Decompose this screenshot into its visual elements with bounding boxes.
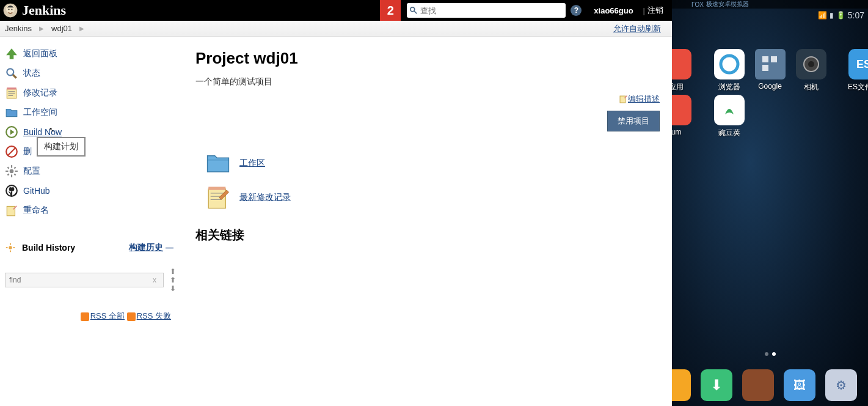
rss-icon [127, 312, 136, 321]
folder-icon [5, 106, 18, 119]
help-icon[interactable]: ? [571, 5, 582, 16]
sidebar-item-github[interactable]: GitHub [5, 181, 195, 201]
dock-app-gallery[interactable]: 🖼 [784, 369, 815, 401]
crumb-project[interactable]: wdj01 [51, 24, 72, 33]
app-label: 相机 [804, 82, 819, 92]
sidebar-item-rename[interactable]: 重命名 [5, 201, 195, 220]
app-icon-apps[interactable]: 应用 [672, 49, 696, 92]
dock-app-game[interactable] [742, 369, 774, 401]
sidebar-item-changes[interactable]: 修改记录 [5, 83, 195, 103]
rss-icon [81, 312, 89, 321]
page-indicator[interactable] [672, 350, 868, 357]
rss-links: RSS 全部 RSS 失败 [5, 311, 195, 322]
find-input[interactable] [5, 273, 164, 287]
gear-icon [5, 242, 16, 253]
build-history-link[interactable]: 构建历史 [129, 242, 163, 252]
project-actions: 编辑描述 禁用项目 [195, 94, 666, 131]
app-icon-wandoujia[interactable]: 豌豆荚 [710, 95, 748, 138]
no-entry-icon [5, 145, 18, 158]
jenkins-logo[interactable]: Jenkins [0, 2, 66, 18]
svg-point-38 [721, 56, 738, 73]
github-link[interactable]: GitHub [23, 186, 50, 196]
svg-point-6 [7, 68, 13, 75]
arrow-up-icon[interactable]: ⬆ [170, 268, 176, 275]
svg-point-2 [9, 9, 10, 10]
cursor-icon: ↖ [49, 126, 54, 134]
sidebar-item-back[interactable]: 返回面板 [5, 44, 195, 64]
arrow-down-icon[interactable]: ⬇ [170, 285, 176, 292]
download-icon: ⬇ [710, 377, 723, 394]
clear-x-icon[interactable]: x [153, 276, 156, 284]
sidebar-item-build-now[interactable]: Build Now ↖ 构建计划 [5, 122, 195, 142]
clock-play-icon [5, 125, 18, 139]
search-input[interactable] [418, 6, 563, 15]
home-grid: 应用 浏览器 Google 相机 ESES文件浏 um 豌豆荚 [672, 22, 868, 138]
up-arrow-icon [5, 47, 18, 61]
back-link[interactable]: 返回面板 [23, 48, 57, 59]
auto-refresh-link[interactable]: 允许自动刷新 [613, 24, 661, 33]
svg-line-7 [13, 75, 16, 78]
svg-line-24 [14, 167, 15, 168]
sidebar-item-status[interactable]: 状态 [5, 64, 195, 83]
notification-badge[interactable]: 2 [380, 0, 401, 21]
project-description: 一个简单的测试项目 [195, 76, 666, 87]
svg-point-3 [11, 9, 12, 10]
changes-link[interactable]: 修改记录 [23, 87, 57, 98]
dock-app-1[interactable] [672, 369, 691, 401]
es-icon: ES [856, 58, 868, 71]
jenkins-head-icon [2, 2, 18, 18]
folder-large-icon [205, 150, 231, 176]
app-label: ES文件浏 [848, 82, 868, 92]
username-link[interactable]: xiao66guo [594, 6, 633, 15]
app-icon-um[interactable]: um [672, 95, 696, 138]
wifi-icon: 📶 [818, 11, 827, 20]
rename-link[interactable]: 重命名 [23, 205, 49, 216]
sidebar-item-delete[interactable]: 删 [5, 142, 195, 161]
sidebar-item-configure[interactable]: 配置 [5, 161, 195, 181]
arrow-mid-icon[interactable]: ⬆ [170, 276, 176, 284]
scroll-arrows[interactable]: ⬆⬆⬇ [170, 268, 176, 292]
rss-fail-link[interactable]: RSS 失败 [137, 311, 171, 320]
magnifier-icon [5, 67, 18, 80]
logout-link[interactable]: 注销 [647, 5, 663, 16]
build-now-link[interactable]: Build Now [23, 127, 62, 137]
trend-icon[interactable]: — [166, 243, 173, 252]
build-tooltip: 构建计划 [37, 137, 86, 157]
search-box[interactable] [407, 3, 566, 18]
gear-icon [5, 164, 18, 178]
workspace-row[interactable]: 工作区 [195, 146, 666, 180]
signal-icon: ▮ [830, 11, 834, 20]
recent-changes-row[interactable]: 最新修改记录 [195, 180, 666, 215]
app-icon-google[interactable]: Google [751, 49, 789, 92]
status-link[interactable]: 状态 [23, 68, 40, 79]
edit-description-link[interactable]: 编辑描述 [628, 94, 660, 103]
status-time: 5:07 [848, 10, 864, 20]
github-icon [5, 184, 18, 197]
delete-link[interactable]: 删 [23, 146, 32, 157]
config-link[interactable]: 配置 [23, 166, 40, 177]
svg-line-22 [14, 174, 15, 175]
svg-rect-12 [7, 87, 16, 89]
app-icon-camera[interactable]: 相机 [792, 49, 830, 92]
rss-all-link[interactable]: RSS 全部 [90, 311, 125, 320]
crumb-root[interactable]: Jenkins [5, 24, 32, 33]
app-icon-es[interactable]: ESES文件浏 [845, 49, 869, 92]
dock-app-download[interactable]: ⬇ [701, 369, 732, 401]
wandou-icon [720, 101, 739, 119]
dock-app-settings[interactable]: ⚙ [825, 369, 857, 401]
svg-rect-26 [7, 206, 15, 215]
header-bar: Jenkins 2 ? xiao66guo | 注销 [0, 0, 672, 21]
svg-rect-41 [762, 65, 768, 71]
sidebar-item-workspace[interactable]: 工作空间 [5, 103, 195, 122]
workspace-link[interactable]: 工作区 [239, 158, 265, 169]
google-folder-icon [761, 55, 779, 73]
ws-link[interactable]: 工作空间 [23, 107, 57, 118]
disable-project-button[interactable]: 禁用项目 [607, 111, 660, 131]
gallery-icon: 🖼 [793, 378, 806, 393]
camera-icon [801, 54, 822, 75]
chevron-icon: ▶ [79, 25, 84, 32]
emulator-title: 极速安卓模拟器 [706, 0, 749, 9]
recent-changes-link[interactable]: 最新修改记录 [239, 192, 291, 203]
search-icon [409, 6, 418, 15]
app-icon-browser[interactable]: 浏览器 [710, 49, 748, 92]
